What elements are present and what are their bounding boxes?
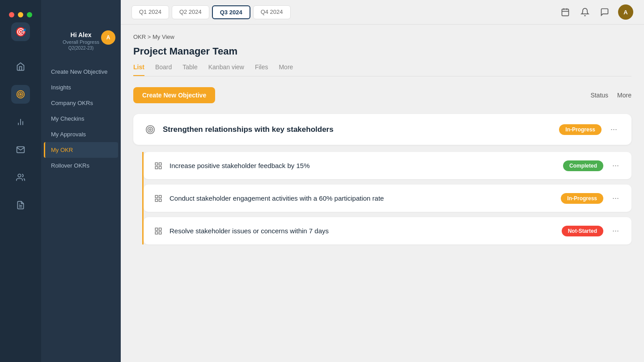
kr-status-3: Not-Started (562, 226, 603, 236)
svg-rect-26 (159, 232, 161, 234)
kr-item-2: Conduct stakeholder engagement activitie… (144, 185, 631, 212)
svg-rect-9 (562, 9, 569, 16)
breadcrumb: OKR > My View (133, 34, 631, 40)
nav-mail[interactable] (11, 140, 30, 159)
svg-point-1 (18, 92, 23, 97)
tab-table[interactable]: Table (182, 63, 197, 76)
kr-title-1: Increase positive stakeholder feedback b… (169, 162, 310, 169)
nav-team[interactable] (11, 168, 30, 187)
calendar-icon[interactable] (559, 6, 572, 18)
tab-files[interactable]: Files (255, 63, 268, 76)
quarter-tab-q1[interactable]: Q1 2024 (131, 5, 169, 19)
kr-item-1: Increase positive stakeholder feedback b… (144, 152, 631, 179)
kr-icon-2 (153, 193, 164, 204)
bell-icon[interactable] (579, 6, 591, 18)
tab-board[interactable]: Board (155, 63, 172, 76)
nav-okr[interactable] (11, 85, 30, 104)
topbar-actions: A (559, 4, 633, 20)
tab-kanban[interactable]: Kanban view (208, 63, 244, 76)
kr-left-2: Conduct stakeholder engagement activitie… (153, 193, 384, 204)
objective-title: Strengthen relationships with key stakeh… (163, 125, 334, 134)
tab-list[interactable]: List (133, 63, 144, 76)
kr-status-1: Completed (563, 160, 603, 171)
svg-rect-27 (155, 232, 157, 234)
breadcrumb-my-view[interactable]: My View (153, 34, 174, 40)
kr-right-2: In-Progress ··· (561, 192, 623, 205)
nav-home[interactable] (11, 57, 30, 76)
objective-status-badge: In-Progress (559, 124, 602, 135)
sidebar-item-approvals[interactable]: My Approvals (44, 126, 118, 142)
action-bar: Create New Objective Status More (133, 87, 631, 103)
svg-rect-21 (159, 195, 161, 198)
quarter-tabs: Q1 2024 Q2 2024 Q3 2024 Q4 2024 (131, 5, 291, 19)
svg-rect-16 (155, 163, 157, 165)
nav-reports[interactable] (11, 196, 30, 215)
svg-point-14 (148, 127, 153, 132)
sidebar-item-insights[interactable]: Insights (44, 80, 118, 95)
kr-status-2: In-Progress (561, 193, 603, 204)
create-objective-button[interactable]: Create New Objective (133, 87, 215, 103)
page-title: Project Manager Team (133, 46, 631, 57)
status-filter-label[interactable]: Status (590, 92, 608, 99)
objective-card: Strengthen relationships with key stakeh… (133, 114, 631, 145)
sidebar-item-rollover[interactable]: Rollover OKRs (44, 158, 118, 173)
svg-rect-23 (155, 199, 157, 201)
objective-more-button[interactable]: ··· (607, 123, 621, 136)
kr-item-3: Resolve stakeholder issues or concerns w… (144, 217, 631, 244)
svg-point-6 (18, 174, 21, 177)
svg-rect-17 (159, 163, 161, 165)
nav-analytics[interactable] (11, 113, 30, 131)
logo-icon: 🎯 (15, 26, 26, 37)
svg-rect-18 (159, 166, 161, 168)
objective-right: In-Progress ··· (559, 123, 621, 136)
sidebar: Hi Alex Overall Progress Q2(2022-23) A C… (41, 0, 121, 362)
traffic-light-yellow (18, 12, 23, 17)
content-area: OKR > My View Project Manager Team List … (121, 25, 644, 362)
view-tabs: List Board Table Kanban view Files More (133, 63, 631, 76)
sidebar-item-company-okrs[interactable]: Company OKRs (44, 95, 118, 111)
kr-title-3: Resolve stakeholder issues or concerns w… (169, 227, 329, 235)
chat-icon[interactable] (598, 6, 611, 18)
svg-point-2 (20, 93, 21, 95)
topbar: Q1 2024 Q2 2024 Q3 2024 Q4 2024 A (121, 0, 644, 25)
svg-rect-19 (155, 166, 157, 168)
svg-rect-24 (155, 228, 157, 230)
kr-more-button-3[interactable]: ··· (609, 224, 623, 237)
objective-left: Strengthen relationships with key stakeh… (144, 123, 334, 136)
sidebar-item-checkins[interactable]: My Checkins (44, 111, 118, 126)
kr-right-3: Not-Started ··· (562, 224, 623, 237)
tab-more[interactable]: More (279, 63, 293, 76)
svg-rect-20 (155, 195, 157, 198)
kr-title-2: Conduct stakeholder engagement activitie… (169, 194, 384, 202)
kr-left-3: Resolve stakeholder issues or concerns w… (153, 225, 329, 237)
quarter-tab-q3[interactable]: Q3 2024 (212, 5, 250, 19)
icon-bar: 🎯 (0, 0, 41, 362)
traffic-light-green (27, 12, 32, 17)
svg-point-15 (149, 129, 151, 130)
kr-icon-1 (153, 160, 164, 172)
sidebar-user-period: Q2(2022-23) (48, 46, 114, 51)
user-avatar[interactable]: A (618, 4, 633, 20)
sidebar-item-my-okr[interactable]: My OKR (44, 142, 118, 158)
sidebar-menu: Create New Objective Insights Company OK… (41, 64, 121, 173)
sidebar-avatar[interactable]: A (101, 30, 115, 45)
breadcrumb-okr[interactable]: OKR (133, 34, 146, 40)
app-logo[interactable]: 🎯 (11, 22, 30, 41)
kr-more-button-1[interactable]: ··· (609, 159, 623, 172)
more-filter-label[interactable]: More (617, 92, 631, 99)
kr-left-1: Increase positive stakeholder feedback b… (153, 160, 310, 172)
traffic-light-red (9, 12, 14, 17)
action-bar-right: Status More (590, 92, 631, 99)
sidebar-item-create[interactable]: Create New Objective (44, 64, 118, 80)
quarter-tab-q4[interactable]: Q4 2024 (253, 5, 291, 19)
traffic-lights (9, 12, 32, 17)
key-results-list: Increase positive stakeholder feedback b… (142, 152, 631, 244)
svg-rect-22 (159, 199, 161, 201)
kr-icon-3 (153, 225, 164, 237)
kr-more-button-2[interactable]: ··· (609, 192, 623, 205)
breadcrumb-separator: > (148, 34, 153, 40)
quarter-tab-q2[interactable]: Q2 2024 (172, 5, 209, 19)
main-area: Q1 2024 Q2 2024 Q3 2024 Q4 2024 A OKR > … (121, 0, 644, 362)
objective-icon (144, 123, 157, 136)
svg-rect-25 (159, 228, 161, 230)
